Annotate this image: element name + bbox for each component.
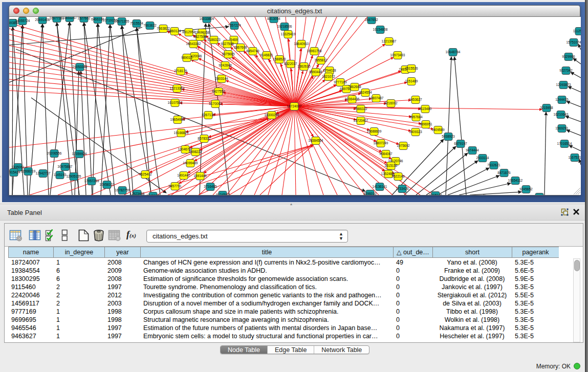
svg-text:16961758: 16961758 [307, 49, 322, 53]
svg-text:1975692: 1975692 [397, 144, 410, 147]
svg-text:2933114: 2933114 [476, 156, 489, 160]
svg-text:1151489: 1151489 [405, 79, 418, 83]
svg-text:9245652: 9245652 [519, 187, 533, 191]
svg-text:8267130: 8267130 [202, 113, 215, 117]
svg-text:16543382: 16543382 [186, 42, 201, 46]
svg-text:7986322: 7986322 [354, 107, 367, 111]
svg-text:16107553: 16107553 [168, 101, 183, 104]
svg-text:1362615: 1362615 [297, 64, 311, 68]
svg-text:6216002: 6216002 [384, 101, 398, 105]
svg-text:20691406: 20691406 [35, 18, 50, 21]
svg-text:19166829: 19166829 [174, 131, 189, 135]
svg-text:17016514: 17016514 [557, 142, 572, 145]
svg-text:10688609: 10688609 [367, 129, 382, 133]
svg-text:7632621: 7632621 [487, 163, 500, 167]
svg-text:10958107: 10958107 [100, 183, 115, 186]
svg-text:2803144: 2803144 [215, 77, 228, 80]
svg-text:3915424: 3915424 [9, 170, 20, 174]
svg-text:10648784: 10648784 [446, 50, 461, 54]
svg-text:7515524: 7515524 [130, 21, 143, 25]
svg-text:12942737: 12942737 [36, 171, 51, 175]
svg-text:12213363: 12213363 [170, 86, 185, 90]
svg-text:1112543: 1112543 [573, 29, 581, 33]
svg-text:2522148: 2522148 [391, 174, 405, 178]
svg-text:989015: 989015 [181, 56, 192, 59]
svg-text:1691448: 1691448 [193, 174, 207, 178]
svg-text:8471676: 8471676 [497, 171, 511, 174]
svg-text:3375685: 3375685 [222, 52, 235, 56]
svg-text:17359924: 17359924 [72, 152, 87, 156]
svg-text:3498222: 3498222 [189, 150, 202, 154]
svg-text:6879197: 6879197 [454, 142, 467, 145]
svg-text:7462668: 7462668 [348, 85, 361, 89]
svg-text:10654112: 10654112 [508, 179, 523, 182]
svg-text:8322037: 8322037 [284, 62, 297, 65]
svg-text:9957684: 9957684 [409, 115, 423, 119]
svg-text:30975887: 30975887 [58, 165, 73, 168]
svg-text:20206556: 20206556 [47, 151, 62, 155]
svg-text:3716485: 3716485 [204, 185, 217, 188]
svg-text:15720407: 15720407 [354, 119, 368, 122]
svg-text:9827509: 9827509 [193, 35, 207, 38]
svg-text:9474444: 9474444 [466, 148, 479, 152]
svg-text:10807487: 10807487 [369, 96, 384, 100]
svg-text:14136141: 14136141 [373, 185, 387, 188]
svg-text:16154808: 16154808 [373, 28, 388, 31]
svg-text:19218506: 19218506 [277, 25, 292, 28]
svg-text:1244415: 1244415 [555, 98, 569, 101]
svg-text:15751074: 15751074 [567, 40, 581, 44]
svg-text:9896951: 9896951 [419, 122, 432, 126]
svg-text:1733426: 1733426 [396, 187, 409, 190]
svg-text:6794028: 6794028 [323, 69, 336, 72]
svg-text:12093873: 12093873 [556, 83, 571, 86]
svg-text:9124502: 9124502 [216, 193, 229, 195]
svg-text:18724007: 18724007 [287, 104, 302, 108]
svg-text:13325419: 13325419 [281, 32, 296, 36]
svg-text:1569291: 1569291 [555, 126, 569, 130]
svg-text:16033809: 16033809 [200, 17, 214, 20]
svg-text:5170062: 5170062 [209, 102, 222, 105]
svg-text:2867608: 2867608 [234, 46, 247, 49]
svg-text:9327508: 9327508 [221, 42, 234, 46]
svg-text:1527602: 1527602 [77, 17, 91, 20]
svg-text:9329966: 9329966 [562, 55, 575, 58]
svg-text:9457791: 9457791 [168, 184, 182, 188]
svg-text:1409589: 1409589 [431, 128, 445, 132]
svg-text:2687652: 2687652 [365, 18, 378, 21]
svg-text:1588520: 1588520 [273, 57, 286, 61]
svg-text:11568219: 11568219 [21, 169, 36, 173]
svg-text:9242848: 9242848 [219, 63, 232, 67]
svg-text:9860124: 9860124 [168, 29, 181, 33]
svg-text:3624554: 3624554 [359, 91, 372, 94]
svg-text:7663822: 7663822 [143, 24, 157, 27]
svg-text:7357224: 7357224 [228, 24, 241, 27]
svg-text:1491447: 1491447 [177, 173, 190, 177]
svg-text:9227342: 9227342 [559, 69, 573, 72]
svg-text:1409323: 1409323 [409, 130, 422, 134]
svg-text:7625402: 7625402 [139, 172, 152, 176]
svg-text:7955812: 7955812 [314, 58, 328, 62]
svg-text:1621072: 1621072 [322, 75, 335, 78]
svg-text:14055724: 14055724 [15, 19, 30, 23]
svg-text:16210643: 16210643 [554, 113, 569, 116]
svg-text:9777169: 9777169 [334, 80, 347, 84]
svg-text:7515526: 7515526 [405, 67, 418, 70]
svg-text:1453627: 1453627 [409, 98, 422, 101]
svg-text:1167531: 1167531 [569, 156, 581, 159]
svg-text:20364436: 20364436 [345, 97, 360, 101]
svg-text:18807249: 18807249 [374, 141, 388, 145]
svg-text:10653267: 10653267 [62, 17, 77, 19]
svg-text:17957253: 17957253 [84, 179, 99, 183]
svg-text:9245072: 9245072 [146, 194, 160, 195]
svg-text:18300295: 18300295 [265, 113, 279, 117]
svg-text:8454749: 8454749 [246, 49, 259, 53]
svg-text:19384554: 19384554 [309, 139, 323, 142]
svg-text:3215958: 3215958 [540, 106, 553, 110]
svg-text:16782759: 16782759 [115, 188, 130, 192]
svg-text:2718176: 2718176 [174, 69, 187, 73]
svg-text:8912954: 8912954 [182, 30, 195, 34]
svg-text:1145193: 1145193 [54, 173, 67, 177]
svg-text:14099489: 14099489 [183, 161, 198, 165]
svg-text:12905155: 12905155 [67, 174, 81, 178]
svg-text:16671355: 16671355 [115, 19, 129, 23]
